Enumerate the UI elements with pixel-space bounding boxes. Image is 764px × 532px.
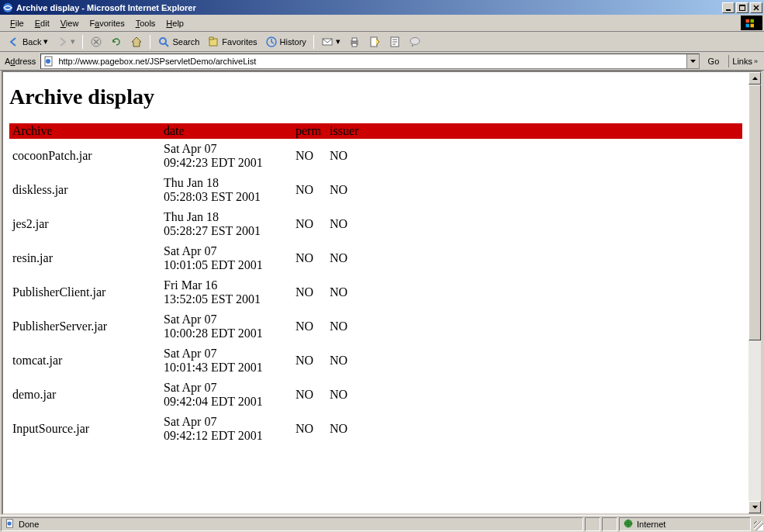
table-row: jes2.jarThu Jan 1805:28:27 EST 2001NONO — [9, 207, 742, 241]
content-frame: Archive display Archive date perm issuer… — [2, 71, 762, 515]
status-panel: Done — [1, 517, 583, 531]
menu-file[interactable]: File — [5, 17, 29, 29]
cell-perm: NO — [292, 139, 327, 173]
cell-issuer: NO — [327, 173, 742, 207]
resize-grip[interactable] — [752, 517, 764, 531]
address-label: Address — [3, 57, 37, 66]
address-bar: Address Go Links » — [0, 52, 764, 71]
col-issuer: issuer — [327, 123, 742, 139]
svg-point-23 — [8, 521, 12, 525]
cell-issuer: NO — [327, 207, 742, 241]
print-icon — [348, 36, 361, 48]
svg-rect-1 — [726, 9, 731, 11]
address-field-wrap — [40, 54, 699, 69]
home-icon — [130, 36, 143, 48]
history-button[interactable]: History — [262, 34, 309, 50]
separator — [150, 35, 150, 49]
content-viewport: Archive display Archive date perm issuer… — [3, 72, 748, 513]
mail-button[interactable]: ▾ — [318, 34, 344, 50]
chevron-down-icon: ▾ — [43, 36, 48, 47]
mail-icon — [321, 36, 334, 48]
table-row: PublisherServer.jarSat Apr 0710:00:28 ED… — [9, 309, 742, 344]
globe-icon — [623, 518, 634, 530]
history-label: History — [280, 37, 306, 47]
scroll-thumb[interactable] — [748, 85, 761, 340]
zone-panel: Internet — [619, 517, 751, 531]
cell-perm: NO — [292, 412, 327, 446]
title-bar: Archive display - Microsoft Internet Exp… — [0, 0, 764, 15]
refresh-button[interactable] — [107, 34, 126, 50]
home-button[interactable] — [127, 34, 146, 50]
discuss-icon — [389, 36, 401, 48]
cell-date: Fri Mar 1613:52:05 EST 2001 — [161, 275, 292, 309]
scroll-up-button[interactable] — [748, 72, 761, 85]
cell-archive: PublisherClient.jar — [9, 275, 161, 309]
table-row: InputSource.jarSat Apr 0709:42:12 EDT 20… — [9, 412, 742, 446]
go-button[interactable]: Go — [703, 55, 723, 67]
cell-issuer: NO — [327, 378, 742, 412]
table-row: demo.jarSat Apr 0709:42:04 EDT 2001NONO — [9, 378, 742, 412]
status-bar: Done Internet — [0, 515, 764, 532]
maximize-button[interactable] — [736, 2, 748, 13]
menu-help[interactable]: Help — [161, 17, 189, 29]
cell-archive: InputSource.jar — [9, 412, 161, 446]
scroll-down-button[interactable] — [748, 501, 761, 513]
close-button[interactable] — [750, 2, 762, 13]
minimize-button[interactable] — [722, 2, 735, 13]
table-row: PublisherClient.jarFri Mar 1613:52:05 ES… — [9, 275, 742, 309]
search-icon — [157, 36, 170, 48]
refresh-icon — [110, 36, 123, 48]
vertical-scrollbar[interactable] — [748, 72, 761, 513]
svg-point-21 — [46, 59, 50, 64]
ie-icon — [2, 2, 14, 14]
page-icon — [43, 55, 55, 67]
address-input[interactable] — [57, 55, 686, 67]
cell-issuer: NO — [327, 309, 742, 344]
separator — [313, 35, 314, 49]
svg-rect-5 — [751, 19, 755, 22]
page-body: Archive display Archive date perm issuer… — [3, 72, 748, 454]
cell-date: Sat Apr 0710:01:43 EDT 2001 — [161, 344, 292, 378]
menu-favorites[interactable]: Favorites — [84, 17, 130, 29]
back-label: Back — [22, 37, 41, 47]
links-button[interactable]: Links » — [728, 55, 761, 67]
ie-brand-logo — [741, 16, 762, 30]
forward-button[interactable]: ▾ — [53, 34, 78, 50]
history-icon — [265, 36, 278, 48]
cell-issuer: NO — [327, 241, 742, 275]
scroll-track[interactable] — [748, 85, 761, 501]
menu-view[interactable]: View — [55, 17, 85, 29]
toolbar: Back ▾ ▾ Search Favorites History ▾ — [0, 32, 764, 52]
cell-perm: NO — [292, 344, 327, 378]
table-row: resin.jarSat Apr 0710:01:05 EDT 2001NONO — [9, 241, 742, 275]
back-icon — [8, 36, 20, 48]
favorites-button[interactable]: Favorites — [204, 34, 260, 50]
menu-edit[interactable]: Edit — [29, 17, 55, 29]
forward-icon — [56, 36, 68, 48]
messenger-button[interactable] — [406, 34, 424, 50]
svg-rect-6 — [746, 23, 750, 27]
cell-archive: demo.jar — [9, 378, 161, 412]
menu-tools[interactable]: Tools — [130, 17, 161, 29]
cell-issuer: NO — [327, 275, 742, 309]
svg-point-9 — [160, 38, 166, 44]
back-button[interactable]: Back ▾ — [5, 34, 51, 50]
search-label: Search — [172, 37, 199, 47]
cell-archive: PublisherServer.jar — [9, 309, 161, 344]
search-button[interactable]: Search — [154, 34, 202, 50]
edit-button[interactable] — [365, 34, 384, 50]
discuss-button[interactable] — [385, 34, 404, 50]
address-dropdown[interactable] — [686, 54, 699, 68]
cell-perm: NO — [292, 241, 327, 275]
favorites-icon — [207, 36, 220, 48]
stop-button[interactable] — [87, 34, 105, 50]
cell-date: Sat Apr 0710:00:28 EDT 2001 — [161, 309, 292, 344]
table-row: tomcat.jarSat Apr 0710:01:43 EDT 2001NON… — [9, 344, 742, 378]
print-button[interactable] — [345, 34, 364, 50]
links-label: Links — [732, 57, 752, 66]
cell-date: Sat Apr 0709:42:23 EDT 2001 — [161, 139, 292, 173]
table-header-row: Archive date perm issuer — [9, 123, 742, 139]
favorites-label: Favorites — [222, 37, 257, 47]
edit-icon — [368, 36, 381, 48]
cell-archive: cocoonPatch.jar — [9, 139, 161, 173]
